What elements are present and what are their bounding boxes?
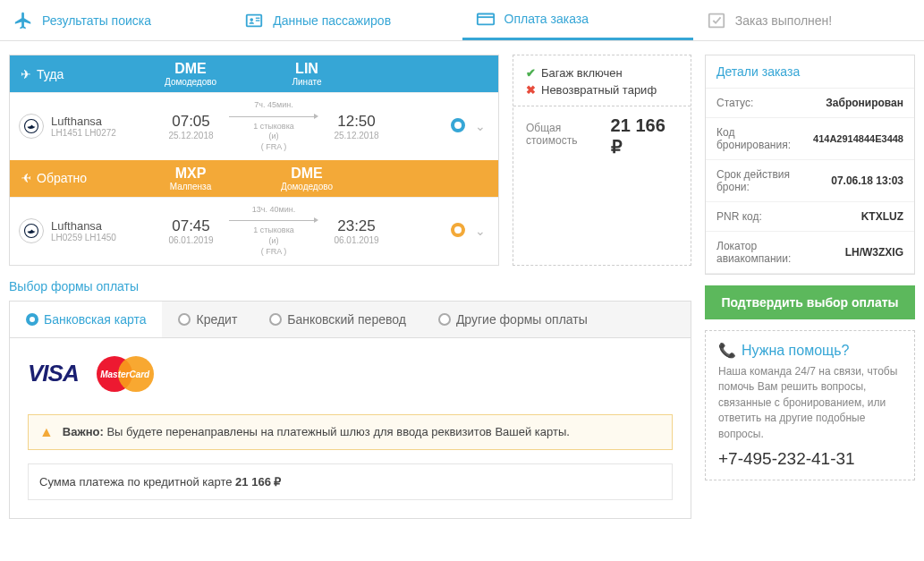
tab-bank-transfer[interactable]: Банковский перевод — [253, 302, 422, 337]
confirm-payment-button[interactable]: Подтвердить выбор оплаты — [705, 285, 915, 319]
nav-step-search[interactable]: Результаты поиска — [0, 0, 231, 40]
outbound-duration: 7ч. 45мин. 1 стыковка(и)( FRA ) — [229, 100, 318, 153]
outbound-from: DMEДомодедово — [146, 61, 235, 87]
plane-left-icon: ✈ — [21, 171, 31, 185]
order-details-title: Детали заказа — [706, 55, 914, 89]
inbound-header: ✈Обратно MXPМалпензa DMEДомодедово — [10, 160, 498, 197]
outbound-dep: 07:0525.12.2018 — [153, 113, 229, 140]
nav-step-passengers[interactable]: Данные пассажиров — [231, 0, 462, 40]
check-icon — [707, 13, 726, 29]
flight-summary: ✈Туда DMEДомодедово LINЛинате LufthansaL… — [9, 55, 499, 266]
inbound-select-radio[interactable] — [451, 223, 465, 237]
nav-label: Результаты поиска — [42, 13, 151, 28]
visa-logo-icon: VISA — [28, 360, 79, 387]
fare-info-box: ✔Багаж включен ✖Невозвратный тариф Общая… — [513, 55, 691, 266]
chevron-down-icon[interactable]: ⌄ — [471, 119, 489, 133]
tab-other[interactable]: Другие формы оплаты — [422, 302, 604, 337]
plane-right-icon: ✈ — [21, 67, 31, 81]
total-value: 21 166 ₽ — [611, 115, 678, 157]
nav-step-payment[interactable]: Оплата заказа — [462, 0, 693, 40]
detail-row-booking-code: Код бронирования:414A2914844E3448 — [706, 118, 914, 160]
payment-sum-box: Сумма платежа по кредитной карте 21 166 … — [28, 463, 673, 500]
svg-point-1 — [250, 18, 254, 21]
svg-rect-6 — [709, 13, 725, 27]
nav-label: Данные пассажиров — [273, 13, 391, 28]
progress-nav: Результаты поиска Данные пассажиров Опла… — [0, 0, 924, 41]
help-phone[interactable]: +7-495-232-41-31 — [718, 449, 902, 469]
lufthansa-logo-icon — [19, 114, 44, 139]
tab-credit[interactable]: Кредит — [162, 302, 253, 337]
lufthansa-logo-icon — [19, 218, 44, 243]
inbound-duration: 13ч. 40мин. 1 стыковка(и)( FRA ) — [229, 205, 318, 258]
inbound-dep: 07:4506.01.2019 — [153, 217, 229, 245]
check-icon: ✔ — [526, 66, 536, 80]
detail-row-status: Статус:Забронирован — [706, 89, 914, 118]
inbound-arr: 23:2506.01.2019 — [318, 217, 394, 245]
detail-row-locator: Локатор авиакомпании:LH/W3ZXIG — [706, 232, 914, 274]
tab-card[interactable]: Банковская карта — [10, 302, 162, 337]
warning-box: ▲ Важно: Вы будете перенаправлены на пла… — [28, 414, 673, 450]
detail-row-expiry: Срок действия брони:07.06.18 13:03 — [706, 160, 914, 202]
chevron-down-icon[interactable]: ⌄ — [471, 224, 489, 238]
cross-icon: ✖ — [526, 83, 536, 97]
inbound-flight-row[interactable]: LufthansaLH0259 LH1450 07:4506.01.2019 1… — [10, 197, 498, 265]
outbound-to: LINЛинате — [262, 61, 352, 87]
plane-icon — [13, 13, 33, 29]
help-box: 📞Нужна помощь? Наша команда 24/7 на связ… — [705, 330, 915, 480]
card-logos: VISA MasterCard — [28, 356, 673, 392]
nav-label: Заказ выполнен! — [735, 13, 832, 28]
credit-card-icon — [476, 11, 496, 27]
outbound-arr: 12:5025.12.2018 — [318, 113, 394, 140]
inbound-from: MXPМалпензa — [146, 166, 235, 191]
svg-rect-4 — [477, 14, 493, 25]
mastercard-logo-icon: MasterCard — [97, 356, 154, 392]
id-card-icon — [244, 13, 264, 29]
nav-step-done: Заказ выполнен! — [693, 0, 924, 40]
warning-icon: ▲ — [39, 424, 54, 440]
order-details: Детали заказа Статус:Забронирован Код бр… — [705, 55, 915, 275]
outbound-flight-row[interactable]: LufthansaLH1451 LH0272 07:0525.12.2018 7… — [10, 92, 498, 160]
inbound-to: DMEДомодедово — [262, 166, 352, 191]
payment-section: Выбор формы оплаты Банковская карта Кред… — [9, 279, 691, 519]
outbound-select-radio[interactable] — [451, 118, 465, 132]
outbound-header: ✈Туда DMEДомодедово LINЛинате — [10, 55, 498, 92]
payment-tabs: Банковская карта Кредит Банковский перев… — [9, 301, 691, 337]
nav-label: Оплата заказа — [504, 12, 589, 26]
total-label: Общая стоимость — [526, 122, 611, 147]
phone-icon: 📞 — [718, 342, 736, 359]
payment-section-title: Выбор формы оплаты — [9, 279, 691, 293]
detail-row-pnr: PNR код:KTXLUZ — [706, 202, 914, 232]
